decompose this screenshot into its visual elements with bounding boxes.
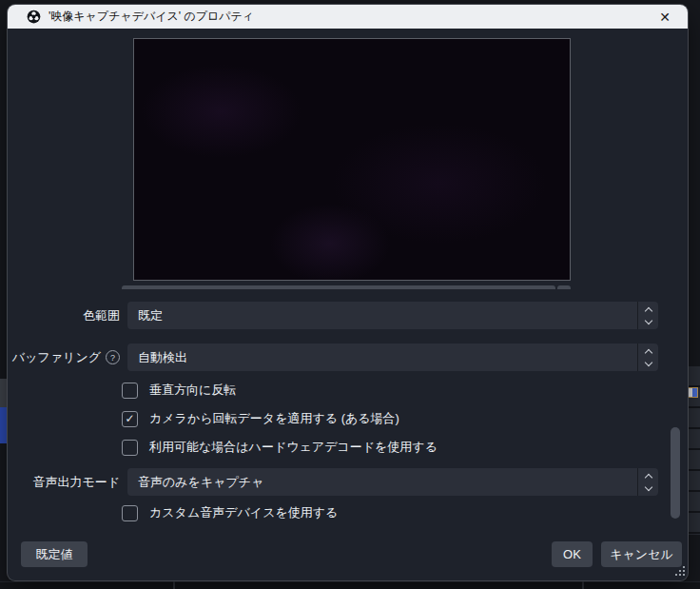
custom-audio-device-row[interactable]: ✓ カスタム音声デバイスを使用する	[122, 504, 338, 521]
color-range-label-text: 色範囲	[83, 307, 120, 324]
apply-rotation-checkbox[interactable]: ✓	[122, 411, 138, 427]
resize-grip[interactable]	[673, 566, 687, 579]
hardware-decode-label: 利用可能な場合はハードウェアデコードを使用する	[149, 439, 438, 456]
combobox-arrows-icon[interactable]	[637, 468, 658, 496]
buffering-select[interactable]: 自動検出	[127, 344, 658, 371]
cancel-button[interactable]: キャンセル	[601, 541, 682, 567]
audio-output-mode-label-text: 音声出力モード	[32, 474, 120, 491]
apply-rotation-label: カメラから回転データを適用する (ある場合)	[149, 410, 399, 427]
buffering-value: 自動検出	[127, 349, 637, 366]
hardware-decode-checkbox[interactable]: ✓	[122, 440, 138, 456]
background-selected-item	[0, 407, 8, 443]
obs-main-window-background: '映像キャプチャデバイス' のプロパティ ✕ 色範囲 既定 バッファリング ? …	[0, 0, 700, 589]
custom-audio-device-label: カスタム音声デバイスを使用する	[149, 504, 338, 521]
background-source-icon	[688, 387, 698, 398]
chevron-up-icon	[644, 348, 651, 356]
audio-output-mode-value: 音声のみをキャプチャ	[127, 474, 637, 491]
chevron-down-icon	[644, 358, 651, 365]
combobox-arrows-icon[interactable]	[637, 302, 658, 329]
color-range-select[interactable]: 既定	[127, 302, 658, 329]
buffering-label: バッファリング ?	[8, 344, 120, 371]
close-icon[interactable]: ✕	[650, 5, 680, 29]
defaults-button[interactable]: 既定値	[21, 541, 88, 567]
color-range-label: 色範囲	[8, 302, 120, 329]
properties-dialog: '映像キャプチャデバイス' のプロパティ ✕ 色範囲 既定 バッファリング ? …	[8, 5, 688, 580]
chevron-up-icon	[644, 306, 651, 314]
dialog-title: '映像キャプチャデバイス' のプロパティ	[49, 9, 254, 25]
custom-audio-device-checkbox[interactable]: ✓	[122, 505, 138, 521]
background-dock-divider	[582, 581, 584, 589]
background-dock-divider	[173, 581, 175, 589]
help-icon[interactable]: ?	[106, 350, 120, 364]
apply-rotation-row[interactable]: ✓ カメラから回転データを適用する (ある場合)	[122, 410, 399, 427]
color-range-value: 既定	[127, 307, 637, 324]
ok-button[interactable]: OK	[552, 541, 593, 567]
flip-vertical-row[interactable]: ✓ 垂直方向に反転	[122, 382, 236, 399]
video-preview	[133, 38, 571, 281]
chevron-down-icon	[644, 316, 651, 324]
check-icon: ✓	[125, 413, 134, 424]
scrollbar-thumb[interactable]	[671, 427, 680, 519]
hardware-decode-row[interactable]: ✓ 利用可能な場合はハードウェアデコードを使用する	[122, 439, 438, 456]
clipped-combobox-spinner-top	[557, 285, 571, 289]
dialog-titlebar[interactable]: '映像キャプチャデバイス' のプロパティ ✕	[8, 5, 688, 29]
obs-logo-icon	[27, 10, 41, 24]
background-dock-area	[0, 581, 700, 589]
clipped-combobox-top	[122, 285, 555, 289]
chevron-up-icon	[644, 473, 651, 481]
flip-vertical-checkbox[interactable]: ✓	[122, 383, 138, 399]
audio-output-mode-label: 音声出力モード	[8, 468, 120, 496]
audio-output-mode-select[interactable]: 音声のみをキャプチャ	[127, 468, 658, 496]
flip-vertical-label: 垂直方向に反転	[149, 382, 236, 399]
buffering-label-text: バッファリング	[12, 349, 101, 366]
chevron-down-icon	[644, 482, 651, 490]
combobox-arrows-icon[interactable]	[637, 344, 658, 371]
background-list-item	[0, 379, 8, 407]
